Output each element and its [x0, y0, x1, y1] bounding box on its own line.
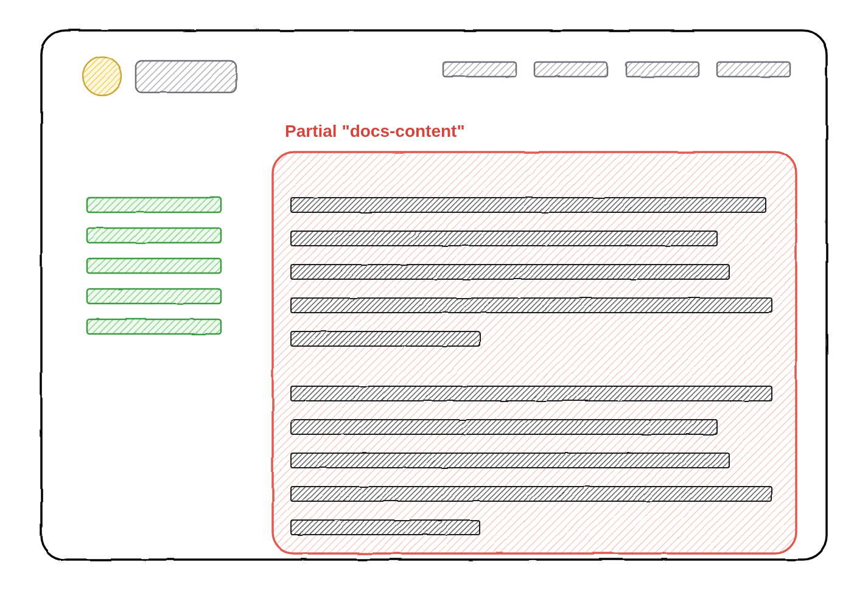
- logo-icon: [83, 57, 122, 95]
- text-line: [291, 420, 717, 434]
- sidebar-item-5[interactable]: [87, 319, 221, 334]
- brand-box: [136, 61, 236, 92]
- text-line: [291, 231, 717, 246]
- sidebar-item-3[interactable]: [87, 259, 221, 273]
- topnav-item-2[interactable]: [534, 62, 607, 77]
- text-line: [291, 265, 729, 279]
- text-line: [291, 298, 772, 313]
- text-line: [291, 386, 772, 401]
- sidebar-item-4[interactable]: [87, 289, 221, 304]
- wireframe-diagram: Partial "docs-content": [29, 24, 839, 566]
- annotation-label: Partial "docs-content": [285, 122, 465, 141]
- topnav-item-3[interactable]: [626, 62, 699, 77]
- text-line: [291, 331, 480, 346]
- topnav-item-4[interactable]: [717, 62, 790, 77]
- svg-point-11: [83, 57, 122, 95]
- text-line: [291, 520, 480, 535]
- text-line: [291, 487, 772, 501]
- text-line: [291, 453, 729, 468]
- topnav-item-1[interactable]: [443, 62, 516, 77]
- sidebar-item-2[interactable]: [87, 228, 221, 243]
- svg-rect-12: [136, 61, 236, 92]
- sidebar-item-1[interactable]: [87, 198, 221, 212]
- text-line: [291, 198, 766, 212]
